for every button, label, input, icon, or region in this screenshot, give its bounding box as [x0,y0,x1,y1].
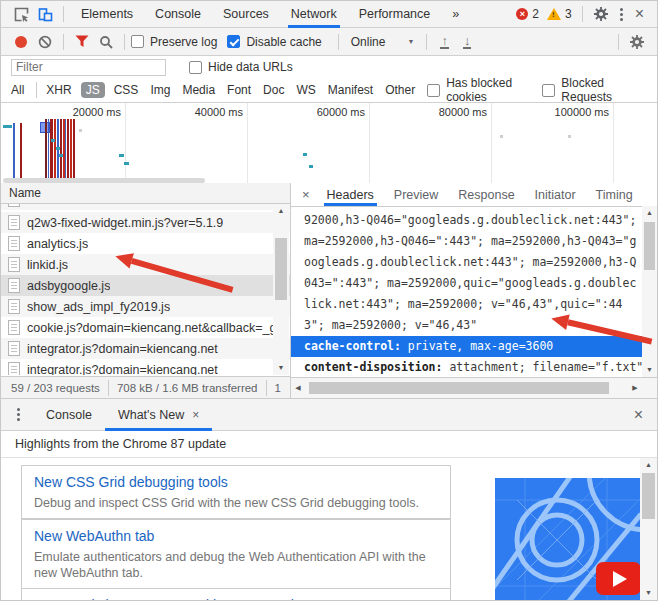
filter-type-ws[interactable]: WS [296,83,315,97]
table-row-selected[interactable]: adsbygoogle.js [1,275,290,296]
table-row[interactable]: integrator.js?domain=kiencang.net [1,359,290,375]
document-icon [8,215,20,230]
play-icon [613,571,627,587]
tab-elements[interactable]: Elements [70,1,144,28]
tab-headers[interactable]: Headers [317,183,384,206]
filter-type-css[interactable]: CSS [114,83,139,97]
scroll-up-icon[interactable]: ▲ [273,204,289,218]
scroll-down-icon[interactable]: ▼ [640,586,657,600]
timeline-bar [20,123,22,181]
tab-initiator[interactable]: Initiator [525,183,586,206]
table-row[interactable]: cookie.js?domain=kiencang.net&callback=_… [1,317,290,338]
blocked-requests-label: Blocked Requests [561,76,637,104]
divider [582,6,583,22]
filter-funnel-icon[interactable] [72,32,92,52]
tab-preview[interactable]: Preview [384,183,448,206]
device-toolbar-icon[interactable] [36,5,54,23]
has-blocked-cookies-checkbox[interactable] [427,84,440,97]
filter-type-media[interactable]: Media [182,83,215,97]
header-line: 92000,h3-Q046="googleads.g.doubleclick.n… [291,210,642,231]
tab-network[interactable]: Network [280,1,348,28]
detail-horizontal-scrollbar[interactable]: ◀ ▶ [291,377,642,398]
name-column-header[interactable]: Name [1,183,290,204]
whats-new-scrollbar[interactable]: ▲ ▼ [640,458,657,600]
tab-timing[interactable]: Timing [586,183,643,206]
request-list-scrollbar[interactable]: ▲ ▼ [273,204,289,375]
more-options-icon[interactable] [613,8,630,21]
request-name: adsbygoogle.js [27,279,110,293]
filter-type-manifest[interactable]: Manifest [328,83,373,97]
table-row[interactable]: integrator.js?domain=kiencang.net [1,338,290,359]
scroll-up-icon[interactable]: ▲ [640,458,657,472]
drawer-tab-whats-new[interactable]: What's New × [105,399,212,431]
hide-data-urls-checkbox[interactable] [189,61,202,74]
preserve-log-label: Preserve log [150,35,217,49]
filter-type-doc[interactable]: Doc [263,83,284,97]
filter-type-font[interactable]: Font [227,83,251,97]
network-settings-gear-icon[interactable] [627,32,647,52]
divider [266,380,267,396]
request-name: cookie.js?domain=kiencang.net&callback=_… [27,321,287,335]
blocked-requests-checkbox[interactable] [542,84,555,97]
close-devtools-button[interactable]: × [630,5,649,23]
table-row[interactable] [1,204,290,210]
filter-type-xhr[interactable]: XHR [46,83,71,97]
filter-type-all[interactable]: All [11,83,24,97]
filter-input[interactable] [11,59,166,76]
card-title-link[interactable]: New WebAuthn tab [34,527,438,546]
filter-type-img[interactable]: Img [150,83,170,97]
throttling-dropdown[interactable]: Online ▼ [345,35,421,49]
close-drawer-button[interactable]: × [629,406,648,424]
hide-data-urls-label: Hide data URLs [208,60,293,74]
timeline-label: 100000 ms [493,106,609,118]
filter-type-js[interactable]: JS [81,82,105,98]
drawer-menu-icon[interactable] [10,408,27,421]
table-row[interactable]: q2w3-fixed-widget.min.js?ver=5.1.9 [1,212,290,233]
scroll-right-icon[interactable]: ▶ [628,378,642,398]
preserve-log-checkbox[interactable] [131,35,144,48]
tab-performance[interactable]: Performance [348,1,442,28]
warning-badge[interactable]: ! 3 [547,7,572,21]
error-badge[interactable]: × 2 [516,7,539,21]
request-count: 59 / 203 requests [11,382,100,394]
close-detail-icon[interactable]: × [295,187,317,202]
arrow-head [550,311,570,330]
export-har-icon[interactable]: ↓ [463,35,472,49]
header-line: content-disposition: attachment; filenam… [291,357,642,377]
table-row[interactable]: show_ads_impl_fy2019.js [1,296,290,317]
header-line: oogleads.g.doubleclick.net:443"; ma=2592… [291,252,642,273]
tab-response[interactable]: Response [448,183,524,206]
header-line-highlighted[interactable]: cache-control: private, max-age=3600 [291,336,642,357]
clear-icon[interactable] [35,32,55,52]
drawer-tab-console[interactable]: Console [33,399,105,431]
scroll-down-icon[interactable]: ▼ [273,361,289,375]
scroll-left-icon[interactable]: ◀ [291,378,305,398]
devtools-window: Elements Console Sources Network Perform… [0,0,658,601]
filter-type-other[interactable]: Other [385,83,415,97]
network-overview-timeline[interactable]: 20000 ms 40000 ms 60000 ms 80000 ms 1000… [1,103,657,184]
tab-sources[interactable]: Sources [212,1,280,28]
more-tabs-button[interactable]: » [441,1,470,28]
network-toolbar: Preserve log Disable cache Online ▼ ↑ ↓ [1,28,657,56]
import-har-icon[interactable]: ↑ [440,35,449,49]
request-table: Name q2w3-fixed-widget.min.js?ver=5.1.9 … [1,183,291,398]
settings-gear-icon[interactable] [592,5,610,23]
search-icon[interactable] [96,32,116,52]
table-row[interactable]: analytics.js [1,233,290,254]
warning-icon: ! [547,8,561,20]
inspect-element-icon[interactable] [12,5,30,23]
youtube-play-button[interactable] [596,562,641,595]
tab-console[interactable]: Console [144,1,212,28]
record-icon[interactable] [15,36,27,48]
error-count: 2 [532,7,539,21]
disable-cache-checkbox[interactable] [227,35,240,48]
close-tab-icon[interactable]: × [192,408,199,422]
whats-new-card: New CSS Grid debugging tools Debug and i… [21,465,451,519]
card-title-link[interactable]: New CSS Grid debugging tools [34,473,438,492]
document-icon [8,204,20,207]
timeline-label: 60000 ms [249,106,365,118]
scroll-up-icon[interactable]: ▲ [642,206,657,220]
card-title-link[interactable]: Move tools between top and bottom panel [34,596,438,600]
scroll-down-icon[interactable]: ▼ [642,363,657,377]
detail-scrollbar[interactable]: ▲ ▼ [642,206,657,377]
